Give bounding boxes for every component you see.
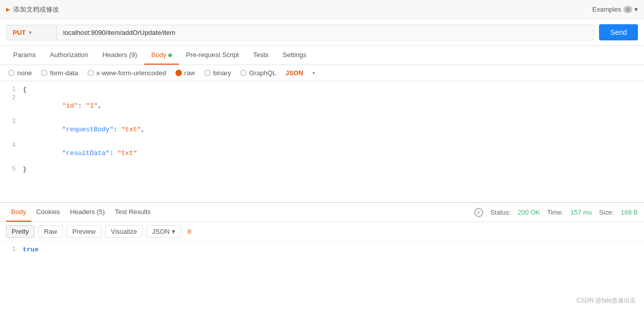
radio-raw[interactable]: raw <box>175 69 195 77</box>
tab-body[interactable]: Body <box>144 46 179 65</box>
tab-params[interactable]: Params <box>6 46 43 65</box>
wrap-lines-icon[interactable]: ≡ <box>187 227 192 236</box>
radio-raw-label: raw <box>185 69 195 77</box>
resp-raw-btn[interactable]: Raw <box>38 225 63 238</box>
status-label: Status: <box>490 209 511 216</box>
resp-json-dropdown[interactable]: JSON ▾ <box>147 225 181 238</box>
time-value: 157 ms <box>570 209 592 216</box>
resp-visualize-btn[interactable]: Visualize <box>105 225 143 238</box>
tab-pre-request[interactable]: Pre-request Script <box>179 46 246 65</box>
resp-json-arrow-icon: ▾ <box>172 228 175 235</box>
code-editor[interactable]: 1 { 2 "id": "1", 3 "requestBody": "txt",… <box>0 81 644 202</box>
line-num-3: 3 <box>0 118 23 125</box>
size-value: 168 B <box>621 209 638 216</box>
line-content-1: { <box>23 86 644 93</box>
line-content-5: } <box>23 166 644 173</box>
line-num-2: 2 <box>0 94 23 101</box>
resp-line-num-1: 1 <box>0 246 23 253</box>
url-bar: PUT ▾ Send <box>0 19 644 46</box>
code-line-2: 2 "id": "1", <box>0 94 644 118</box>
body-type-row: none form-data x-www-form-urlencoded raw… <box>0 65 644 81</box>
response-tabs-row: Body Cookies Headers (5) Test Results ⊕ … <box>0 203 644 222</box>
code-line-5: 5 } <box>0 165 644 174</box>
method-chevron-icon: ▾ <box>29 30 31 35</box>
tab-settings[interactable]: Settings <box>275 46 313 65</box>
radio-binary-label: binary <box>213 69 231 77</box>
top-bar-right: Examples 0 ▾ <box>592 6 638 13</box>
request-tabs-row: Params Authorization Headers (9) Body Pr… <box>0 46 644 65</box>
resp-tab-headers[interactable]: Headers (5) <box>65 203 110 222</box>
val-id: "1" <box>86 102 98 110</box>
chevron-right-icon: ▶ <box>6 7 10 12</box>
radio-graphql-label: GraphQL <box>249 69 276 77</box>
resp-tab-body[interactable]: Body <box>6 203 31 222</box>
key-resultdata: "resultData" <box>47 149 110 157</box>
method-select[interactable]: PUT ▾ <box>6 25 57 40</box>
json-format-label[interactable]: JSON <box>285 69 303 77</box>
radio-graphql[interactable]: GraphQL <box>240 69 276 77</box>
method-label: PUT <box>13 29 26 36</box>
resp-line-content-1: true <box>23 246 644 253</box>
line-content-3: "requestBody": "txt", <box>23 118 644 141</box>
json-dropdown-icon[interactable]: ▾ <box>312 70 315 76</box>
radio-none-label: none <box>17 69 32 77</box>
tab-tests[interactable]: Tests <box>246 46 275 65</box>
key-id: "id" <box>47 102 78 110</box>
line-content-2: "id": "1", <box>23 94 644 117</box>
response-format-row: Pretty Raw Preview Visualize JSON ▾ ≡ <box>0 222 644 241</box>
size-label: Size: <box>599 209 614 216</box>
url-input[interactable] <box>57 25 594 40</box>
top-bar: ▶ 添加文档或修改 Examples 0 ▾ <box>0 0 644 19</box>
val-requestbody: "txt" <box>121 126 141 133</box>
line-content-4: "resultData": "txt" <box>23 142 644 165</box>
breadcrumb-area: ▶ 添加文档或修改 <box>6 5 59 14</box>
tab-headers[interactable]: Headers (9) <box>96 46 145 65</box>
examples-label: Examples <box>592 6 621 13</box>
radio-binary[interactable]: binary <box>204 69 231 77</box>
resp-preview-btn[interactable]: Preview <box>67 225 101 238</box>
code-line-1: 1 { <box>0 85 644 94</box>
radio-form-data-label: form-data <box>50 69 78 77</box>
val-resultdata: "txt" <box>117 149 137 157</box>
tab-authorization[interactable]: Authorization <box>43 46 96 65</box>
radio-urlencoded[interactable]: x-www-form-urlencoded <box>87 69 166 77</box>
response-body: 1 true <box>0 241 644 258</box>
examples-button[interactable]: Examples 0 ▾ <box>592 6 638 13</box>
response-meta: ⊕ Status: 200 OK Time: 157 ms Size: 168 … <box>474 208 638 217</box>
resp-line-1: 1 true <box>0 245 644 254</box>
examples-badge: 0 <box>623 6 632 13</box>
line-num-5: 5 <box>0 166 23 173</box>
radio-none-circle <box>8 70 15 76</box>
response-section: Body Cookies Headers (5) Test Results ⊕ … <box>0 202 644 258</box>
time-label: Time: <box>547 209 563 216</box>
code-line-3: 3 "requestBody": "txt", <box>0 118 644 141</box>
radio-raw-circle <box>175 70 182 76</box>
code-line-4: 4 "resultData": "txt" <box>0 141 644 165</box>
globe-icon: ⊕ <box>474 208 483 217</box>
line-num-4: 4 <box>0 142 23 149</box>
resp-pretty-btn[interactable]: Pretty <box>6 225 34 238</box>
body-active-dot <box>168 54 172 57</box>
resp-tab-cookies[interactable]: Cookies <box>31 203 65 222</box>
radio-form-data-circle <box>41 70 48 76</box>
radio-urlencoded-label: x-www-form-urlencoded <box>97 69 166 77</box>
examples-chevron-icon: ▾ <box>634 6 638 13</box>
radio-form-data[interactable]: form-data <box>41 69 78 77</box>
status-value: 200 OK <box>518 209 540 216</box>
resp-tab-test-results[interactable]: Test Results <box>110 203 156 222</box>
radio-urlencoded-circle <box>87 70 94 76</box>
line-num-1: 1 <box>0 86 23 93</box>
breadcrumb-text: 添加文档或修改 <box>13 5 59 14</box>
radio-graphql-circle <box>240 70 247 76</box>
key-requestbody: "requestBody" <box>47 126 114 133</box>
watermark: CSDN @fate急速出击 <box>576 296 636 305</box>
radio-none[interactable]: none <box>8 69 32 77</box>
radio-binary-circle <box>204 70 211 76</box>
tab-body-label: Body <box>151 51 166 59</box>
resp-json-label: JSON <box>152 228 170 235</box>
send-button[interactable]: Send <box>599 24 638 40</box>
